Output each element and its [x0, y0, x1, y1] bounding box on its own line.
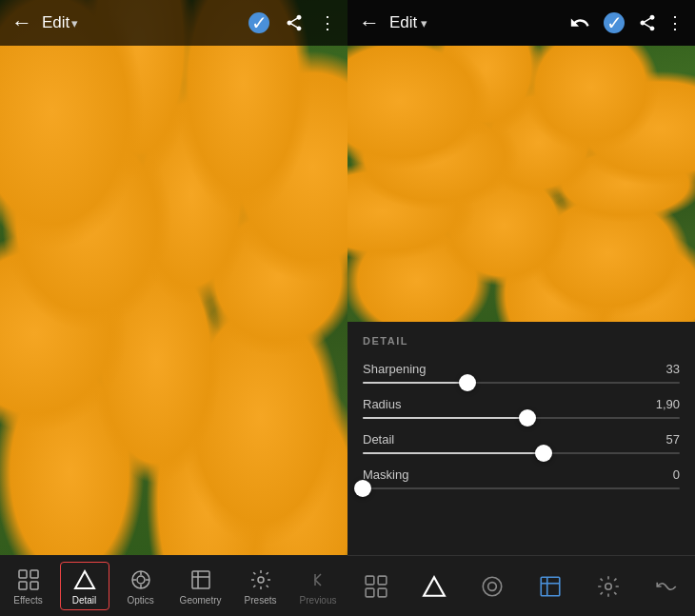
sharpening-thumb[interactable]: [459, 374, 476, 391]
left-confirm-button[interactable]: ✓: [248, 12, 269, 33]
masking-track[interactable]: [363, 487, 680, 489]
svg-rect-23: [541, 577, 560, 596]
masking-label: Masking: [363, 467, 408, 482]
right-share-button[interactable]: [638, 13, 657, 32]
presets-icon: [248, 566, 274, 593]
left-image-container: [0, 0, 348, 555]
svg-rect-0: [19, 570, 27, 578]
right-effects-icon: [363, 573, 389, 600]
radius-label: Radius: [363, 397, 401, 411]
optics-label: Optics: [127, 595, 153, 606]
masking-row: Masking 0: [363, 467, 680, 489]
right-toolbar-geometry[interactable]: [526, 569, 575, 604]
radius-row: Radius 1,90: [363, 397, 680, 419]
svg-rect-16: [367, 576, 375, 585]
left-back-button[interactable]: ←: [11, 10, 32, 35]
svg-rect-18: [367, 588, 375, 597]
radius-track[interactable]: [363, 417, 680, 419]
toolbar-item-effects[interactable]: Effects: [4, 563, 53, 609]
right-optics-icon: [479, 573, 506, 600]
left-header: ← Edit ▾ ✓ ⋮: [0, 0, 348, 46]
radius-thumb[interactable]: [519, 409, 536, 427]
right-toolbar-detail[interactable]: [409, 569, 459, 604]
detail-slider-value: 57: [651, 432, 680, 447]
detail-fill: [363, 452, 544, 454]
right-panel: ← Edit ▾ ✓ ⋮ DETAIL Shar: [348, 0, 695, 616]
toolbar-item-geometry[interactable]: Geometry: [172, 563, 229, 609]
svg-point-14: [258, 577, 264, 583]
right-toolbar-presets[interactable]: [584, 569, 633, 604]
svg-marker-4: [75, 571, 94, 588]
right-edit-text: Edit: [389, 13, 417, 32]
toolbar-item-presets[interactable]: Presets: [236, 563, 286, 609]
toolbar-item-previous[interactable]: Previous: [292, 563, 345, 609]
detail-label: Detail: [72, 595, 97, 606]
left-edit-label[interactable]: Edit ▾: [42, 13, 78, 32]
sharpening-track[interactable]: [363, 382, 680, 384]
detail-thumb[interactable]: [535, 445, 552, 462]
svg-rect-17: [379, 576, 387, 585]
right-more-button[interactable]: ⋮: [666, 12, 684, 33]
right-geometry-icon: [537, 573, 564, 600]
right-toolbar-effects[interactable]: [351, 569, 401, 604]
detail-icon: [71, 566, 98, 593]
right-back-button[interactable]: ←: [359, 10, 380, 35]
right-toolbar-optics[interactable]: [467, 569, 517, 604]
detail-section-title: DETAIL: [363, 335, 680, 347]
effects-icon: [15, 566, 42, 593]
svg-rect-19: [379, 588, 387, 597]
right-undo-button[interactable]: [569, 12, 590, 33]
masking-thumb[interactable]: [354, 480, 371, 497]
svg-point-6: [137, 576, 145, 584]
left-edit-text: Edit: [42, 13, 70, 32]
geometry-label: Geometry: [180, 595, 222, 606]
left-panel: ← Edit ▾ ✓ ⋮ Ef: [0, 0, 348, 616]
right-header: ← Edit ▾ ✓ ⋮: [348, 0, 695, 46]
optics-icon: [128, 566, 154, 593]
right-edit-chevron: ▾: [421, 16, 427, 30]
right-toolbar-previous[interactable]: [642, 569, 691, 604]
toolbar-item-optics[interactable]: Optics: [116, 563, 166, 609]
left-image: [0, 0, 348, 555]
toolbar-item-detail[interactable]: Detail: [60, 562, 109, 610]
svg-rect-1: [30, 570, 38, 578]
left-bottom-toolbar: Effects Detail Op: [0, 555, 348, 616]
svg-point-22: [488, 582, 497, 590]
left-edit-chevron: ▾: [71, 16, 78, 30]
effects-label: Effects: [13, 595, 42, 606]
geometry-icon: [188, 566, 214, 593]
right-bottom-toolbar: [348, 555, 695, 616]
svg-marker-20: [424, 577, 445, 596]
sharpening-value: 33: [651, 362, 680, 376]
sharpening-label: Sharpening: [363, 362, 427, 376]
detail-panel: DETAIL Sharpening 33 Radius 1,90: [348, 322, 695, 555]
right-image: [348, 46, 695, 322]
left-more-button[interactable]: ⋮: [319, 12, 336, 33]
svg-point-26: [605, 583, 611, 589]
right-previous-icon: [653, 573, 680, 600]
detail-slider-label: Detail: [363, 432, 394, 447]
radius-fill: [363, 417, 527, 419]
right-confirm-button[interactable]: ✓: [604, 12, 625, 33]
presets-label: Presets: [245, 595, 277, 606]
detail-row: Detail 57: [363, 432, 680, 454]
left-share-button[interactable]: [285, 13, 304, 32]
svg-rect-11: [192, 571, 209, 588]
right-detail-icon: [421, 573, 447, 600]
detail-track[interactable]: [363, 452, 680, 454]
masking-value: 0: [651, 467, 680, 482]
sharpening-row: Sharpening 33: [363, 362, 680, 384]
right-edit-label[interactable]: Edit ▾: [389, 13, 427, 32]
right-presets-icon: [595, 573, 622, 600]
svg-rect-2: [19, 582, 27, 589]
right-image-container: [348, 46, 695, 322]
previous-icon: [305, 566, 331, 593]
sharpening-fill: [363, 382, 467, 384]
radius-value: 1,90: [651, 397, 680, 411]
previous-label: Previous: [300, 595, 337, 606]
svg-rect-3: [30, 582, 38, 589]
svg-point-21: [483, 577, 502, 596]
